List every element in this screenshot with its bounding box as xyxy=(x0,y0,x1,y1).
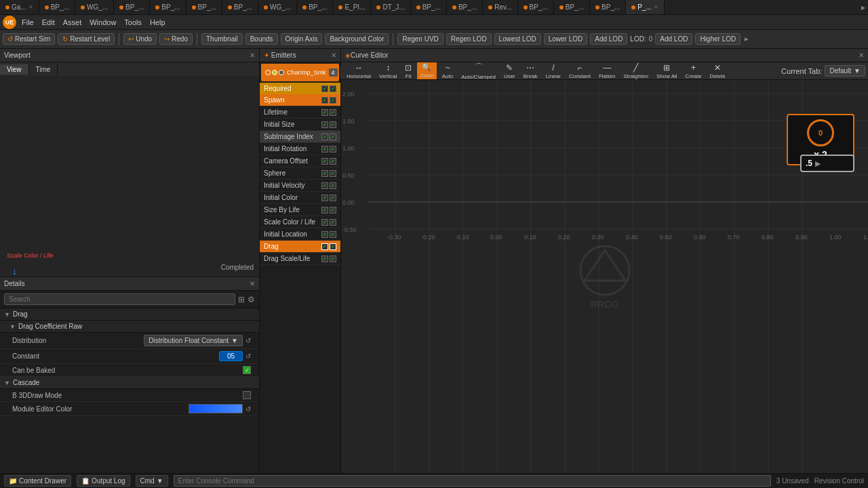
spawn-check2[interactable]: ✓ xyxy=(330,97,336,104)
search-settings-icon[interactable]: ⚙ xyxy=(248,295,255,304)
iv-check2[interactable]: ✓ xyxy=(330,182,336,189)
3ddraw-checkbox[interactable] xyxy=(243,391,251,399)
user-tool[interactable]: ✎ User xyxy=(501,62,518,80)
tab-overflow[interactable]: ▸ xyxy=(861,0,868,14)
section-drag-coeff[interactable]: ▼ Drag Coefficient Raw xyxy=(0,321,259,333)
req-check1[interactable]: ✓ xyxy=(321,85,328,92)
top-tab-rev[interactable]: Rev... xyxy=(483,0,517,14)
req-check2[interactable]: ✓ xyxy=(330,85,336,92)
create-tool[interactable]: + Create xyxy=(683,62,705,80)
higher-lod-button[interactable]: Higher LOD xyxy=(695,33,741,45)
distribution-dropdown[interactable]: Distribution Float Constant ▼ xyxy=(144,335,243,346)
sphere-check1[interactable]: ✓ xyxy=(321,170,328,177)
top-tab-bp3[interactable]: BP_... xyxy=(150,0,186,14)
drag-check2[interactable]: ✓ xyxy=(330,243,336,250)
top-tab-bp11[interactable]: BP_... xyxy=(590,0,626,14)
redo-button[interactable]: ↪ Redo xyxy=(159,33,193,45)
ic-check1[interactable]: ✓ xyxy=(321,195,328,201)
restart-level-button[interactable]: ↻ Restart Level xyxy=(58,33,115,45)
constant-tool[interactable]: ⌐ Constant xyxy=(566,62,593,80)
co-check2[interactable]: ✓ xyxy=(330,158,336,165)
emitter-row-subimage[interactable]: SubImage Index ✓ ✓ xyxy=(260,131,340,143)
menu-edit[interactable]: Edit xyxy=(42,18,55,26)
top-tab-bp9[interactable]: BP_... xyxy=(518,0,554,14)
scl-check1[interactable]: ✓ xyxy=(321,219,328,226)
constant-input[interactable] xyxy=(219,351,243,361)
top-tab-dtj[interactable]: DT_J... xyxy=(371,0,410,14)
vertical-tool[interactable]: ↕ Vertical xyxy=(376,62,399,80)
ic-check2[interactable]: ✓ xyxy=(330,195,336,201)
emitters-close[interactable]: ✕ xyxy=(331,52,336,59)
top-tab-bp2[interactable]: BP_... xyxy=(114,0,150,14)
emitter-row-initial-size[interactable]: Initial Size ✓ ✓ xyxy=(260,119,340,131)
emitter-row-initial-velocity[interactable]: Initial Velocity ✓ ✓ xyxy=(260,180,340,192)
search-grid-icon[interactable]: ⊞ xyxy=(238,295,245,304)
top-tab-bp8[interactable]: BP_... xyxy=(447,0,483,14)
sbl-check2[interactable]: ✓ xyxy=(330,207,336,214)
spawn-check1[interactable]: ✓ xyxy=(321,97,328,104)
tab-close[interactable]: ✕ xyxy=(28,4,33,10)
auto-tool[interactable]: ~ Auto xyxy=(439,62,456,80)
ir-check1[interactable]: ✓ xyxy=(321,146,328,152)
break-tool[interactable]: ⋯ Break xyxy=(521,62,540,80)
section-drag[interactable]: ▼ Drag xyxy=(0,308,259,321)
search-input[interactable] xyxy=(4,293,235,305)
emitter-row-drag-scale[interactable]: Drag Scale/Life ✓ ✓ xyxy=(260,253,340,265)
top-tab-wg2[interactable]: WG_... xyxy=(258,0,297,14)
emitter-row-initial-location[interactable]: Initial Location ✓ ✓ xyxy=(260,228,340,241)
il-check2[interactable]: ✓ xyxy=(330,231,336,238)
curve-panel-close[interactable]: ✕ xyxy=(859,52,864,59)
distribution-reset[interactable]: ↺ xyxy=(245,337,251,344)
viewport-panel-close[interactable]: ✕ xyxy=(250,52,255,59)
emitter-row-camera-offset[interactable]: Camera Offset ✓ ✓ xyxy=(260,155,340,167)
emitter-row-size-by-life[interactable]: Size By Life ✓ ✓ xyxy=(260,204,340,216)
straighten-tool[interactable]: ╱ Straighten xyxy=(620,62,650,80)
top-tab-bp1[interactable]: BP_... xyxy=(39,0,75,14)
menu-window[interactable]: Window xyxy=(90,18,116,26)
top-tab-bp6[interactable]: BP_... xyxy=(297,0,333,14)
drag-check1[interactable]: ✓ xyxy=(321,243,328,250)
co-check1[interactable]: ✓ xyxy=(321,158,328,165)
fit-tool[interactable]: ⊡ Fit xyxy=(402,62,414,80)
horizontal-tool[interactable]: ↔ Horizontal xyxy=(344,62,374,80)
top-tab-bp7[interactable]: BP_... xyxy=(411,0,447,14)
menu-file[interactable]: File xyxy=(22,18,34,26)
can-bake-checkbox[interactable]: ✓ xyxy=(243,366,251,374)
module-color-reset[interactable]: ↺ xyxy=(245,405,251,413)
constant-reset[interactable]: ↺ xyxy=(245,352,251,360)
is-check1[interactable]: ✓ xyxy=(321,121,328,128)
ds-check1[interactable]: ✓ xyxy=(321,256,328,262)
lowest-lod-button[interactable]: Lowest LOD xyxy=(494,33,541,45)
thumbnail-button[interactable]: Thumbnail xyxy=(201,33,243,45)
zoom-tool[interactable]: 🔍 Zoom xyxy=(417,62,436,80)
details-close[interactable]: ✕ xyxy=(250,280,255,287)
emitter-row-spawn[interactable]: Spawn ✓ ✓ xyxy=(260,94,340,106)
sbl-check1[interactable]: ✓ xyxy=(321,207,328,214)
lifetime-check1[interactable]: ✓ xyxy=(321,109,328,116)
curve-canvas[interactable]: 2.00 1.50 1.00 0.50 0.00 -0.50 -0.30 -0.… xyxy=(341,80,868,473)
module-color-swatch[interactable] xyxy=(189,404,243,413)
top-tab-ga[interactable]: Ga... ✕ xyxy=(0,0,39,14)
undo-button[interactable]: ↩ Undo xyxy=(123,33,157,45)
tab-close[interactable]: ✕ xyxy=(654,4,658,10)
output-log-button[interactable]: 📋 Output Log xyxy=(77,475,130,487)
sphere-check2[interactable]: ✓ xyxy=(330,170,336,177)
top-tab-bp5[interactable]: BP_... xyxy=(222,0,258,14)
lifetime-check2[interactable]: ✓ xyxy=(330,109,336,116)
menu-tools[interactable]: Tools xyxy=(124,18,142,26)
bounds-button[interactable]: Bounds xyxy=(245,33,278,45)
required-header[interactable]: Required ✓ ✓ xyxy=(260,83,340,94)
add-lod-button[interactable]: Add LOD xyxy=(590,33,627,45)
is-check2[interactable]: ✓ xyxy=(330,121,336,128)
current-tab-dropdown[interactable]: Default ▼ xyxy=(825,65,865,77)
cascade-section[interactable]: ▼ Cascade xyxy=(0,377,259,389)
regen-lod-button[interactable]: Regen LOD xyxy=(446,33,492,45)
content-drawer-button[interactable]: 📁 Content Drawer xyxy=(4,475,71,487)
emitter-row-initial-rotation[interactable]: Initial Rotation ✓ ✓ xyxy=(260,143,340,155)
emitter-row-initial-color[interactable]: Initial Color ✓ ✓ xyxy=(260,192,340,204)
regen-uvd-button[interactable]: Regen UVD xyxy=(397,33,443,45)
linear-tool[interactable]: / Linear xyxy=(543,62,564,80)
top-tab-bp4[interactable]: BP_... xyxy=(186,0,222,14)
emitter-item-header[interactable]: CharImp_Smk 4 xyxy=(261,64,339,81)
iv-check1[interactable]: ✓ xyxy=(321,182,328,189)
